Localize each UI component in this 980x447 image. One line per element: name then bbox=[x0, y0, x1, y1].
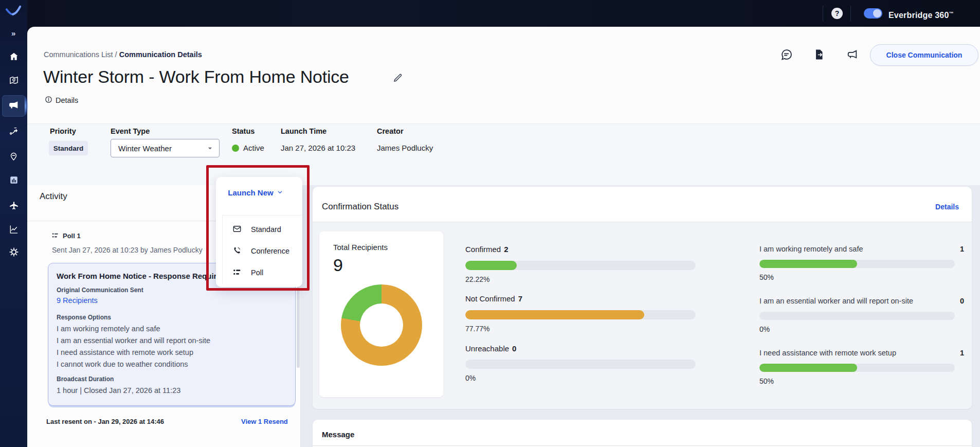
creator-label: Creator bbox=[377, 127, 404, 135]
broadcast-duration-value: 1 hour | Closed Jan 27, 2026 at 11:23 bbox=[57, 385, 180, 397]
sidebar-item-locations[interactable] bbox=[2, 146, 25, 168]
message-divider bbox=[313, 445, 972, 446]
event-type-value: Winter Weather bbox=[118, 144, 172, 153]
sidebar-expand-icon[interactable]: » bbox=[11, 29, 15, 38]
details-tab-label: Details bbox=[56, 96, 78, 104]
status-active-dot bbox=[232, 145, 239, 152]
chevron-down-icon bbox=[277, 188, 283, 197]
top-bar: ? Everbridge 360™ bbox=[0, 0, 980, 27]
response-stat-bar bbox=[759, 364, 955, 372]
sidebar-item-settings[interactable] bbox=[2, 242, 25, 264]
not-confirmed-bar bbox=[465, 310, 696, 319]
sidebar-item-communications[interactable] bbox=[2, 95, 25, 117]
help-icon[interactable]: ? bbox=[831, 8, 843, 19]
donut-hole bbox=[360, 303, 403, 347]
response-stat-count: 1 bbox=[946, 245, 964, 253]
everbridge-logo bbox=[5, 5, 22, 22]
poll-entry-label: Poll 1 bbox=[63, 232, 81, 240]
tab-details[interactable]: Details bbox=[45, 96, 78, 105]
map-icon bbox=[9, 75, 19, 87]
chevron-down-icon bbox=[207, 144, 213, 153]
message-panel-title: Message bbox=[322, 430, 354, 439]
response-stat-pct: 50% bbox=[759, 273, 774, 281]
poll-card-title: Work From Home Notice - Response Require… bbox=[57, 272, 226, 280]
response-stat-label: I am an essential worker and will report… bbox=[759, 297, 913, 305]
info-icon bbox=[45, 96, 52, 105]
unreachable-pct: 0% bbox=[465, 374, 476, 382]
confirmed-stat: Confirmed2 bbox=[465, 245, 509, 254]
breadcrumb-current: Communication Details bbox=[119, 50, 202, 59]
menu-item-standard[interactable]: Standard bbox=[222, 219, 302, 240]
not-confirmed-stat: Not Confirmed7 bbox=[465, 294, 522, 303]
broadcast-icon bbox=[8, 99, 20, 113]
response-stat-label: I need assistance with remote work setup bbox=[759, 349, 896, 357]
conference-icon bbox=[232, 246, 242, 257]
menu-item-poll[interactable]: Poll bbox=[222, 262, 302, 283]
priority-badge: Standard bbox=[49, 141, 88, 155]
total-recipients-value: 9 bbox=[333, 255, 343, 275]
response-option-text: I am working remotely and safe bbox=[57, 323, 160, 335]
confirmed-bar bbox=[465, 261, 696, 270]
sidebar-item-reports[interactable] bbox=[2, 220, 25, 241]
sidebar: » bbox=[0, 0, 27, 447]
priority-label: Priority bbox=[50, 127, 76, 135]
response-stat-count: 1 bbox=[946, 349, 964, 357]
broadcast-duration-label: Broadcast Duration bbox=[57, 376, 114, 383]
comment-icon bbox=[780, 48, 793, 63]
status-label: Status bbox=[232, 127, 255, 135]
breadcrumb-separator: / bbox=[115, 50, 117, 59]
view-resend-link[interactable]: View 1 Resend bbox=[241, 418, 288, 425]
sidebar-item-map[interactable] bbox=[2, 70, 25, 92]
response-stat-bar bbox=[759, 312, 955, 320]
settings-icon bbox=[9, 247, 19, 259]
megaphone-icon bbox=[846, 48, 859, 63]
comments-button[interactable] bbox=[779, 49, 793, 62]
launch-time-label: Launch Time bbox=[281, 127, 326, 135]
topbar-divider bbox=[823, 6, 823, 21]
event-type-label: Event Type bbox=[111, 127, 150, 135]
dashboard-icon bbox=[9, 175, 19, 187]
status-value: Active bbox=[243, 144, 264, 152]
everbridge-360-toggle[interactable] bbox=[864, 8, 882, 19]
confirmation-details-link[interactable]: Details bbox=[920, 203, 959, 211]
unreachable-bar bbox=[465, 360, 696, 369]
poll-icon bbox=[232, 267, 242, 278]
edit-title-button[interactable] bbox=[391, 72, 404, 85]
recipients-link[interactable]: 9 Recipients bbox=[57, 296, 98, 305]
home-icon bbox=[9, 51, 19, 64]
toggle-knob bbox=[873, 9, 881, 17]
message-panel bbox=[313, 420, 972, 447]
reports-icon bbox=[9, 224, 19, 237]
close-communication-button[interactable]: Close Communication bbox=[870, 44, 978, 66]
page-title: Winter Storm - Work From Home Notice bbox=[43, 67, 349, 87]
response-option-text: I need assistance with remote work setup bbox=[57, 347, 193, 359]
location-pin-icon bbox=[9, 151, 19, 163]
original-communication-label: Original Communication Sent bbox=[57, 287, 143, 294]
confirmation-status-title: Confirmation Status bbox=[322, 202, 398, 212]
pencil-icon bbox=[392, 73, 403, 85]
event-type-select[interactable]: Winter Weather bbox=[111, 139, 220, 157]
activity-title: Activity bbox=[40, 191, 67, 202]
creator-value: James Podlucky bbox=[377, 144, 433, 152]
sidebar-item-dashboard[interactable] bbox=[2, 170, 25, 192]
active-item-glow bbox=[25, 96, 28, 116]
last-resent-text: Last resent on - Jan 29, 2026 at 14:46 bbox=[46, 418, 164, 425]
response-stat-label: I am working remotely and safe bbox=[759, 245, 863, 253]
poll-icon bbox=[51, 231, 59, 241]
response-stat-count: 0 bbox=[946, 297, 964, 305]
sidebar-item-itinerary[interactable] bbox=[2, 121, 25, 142]
export-report-button[interactable] bbox=[812, 49, 826, 62]
breadcrumb-parent-link[interactable]: Communications List bbox=[44, 50, 113, 59]
travel-icon bbox=[9, 201, 19, 213]
launch-new-button[interactable]: Launch New bbox=[218, 188, 293, 197]
sidebar-item-home[interactable] bbox=[2, 47, 25, 68]
total-recipients-label: Total Recipients bbox=[333, 243, 388, 252]
sidebar-item-travel[interactable] bbox=[2, 196, 25, 218]
response-stat-pct: 0% bbox=[759, 325, 770, 333]
menu-item-conference[interactable]: Conference bbox=[222, 240, 302, 262]
broadcast-action-button[interactable] bbox=[845, 49, 859, 62]
confirmed-pct: 22.22% bbox=[465, 275, 489, 283]
response-option-text: I cannot work due to weather conditions bbox=[57, 359, 188, 370]
launch-time-value: Jan 27, 2026 at 10:23 bbox=[281, 144, 355, 152]
menu-divider bbox=[222, 215, 302, 216]
